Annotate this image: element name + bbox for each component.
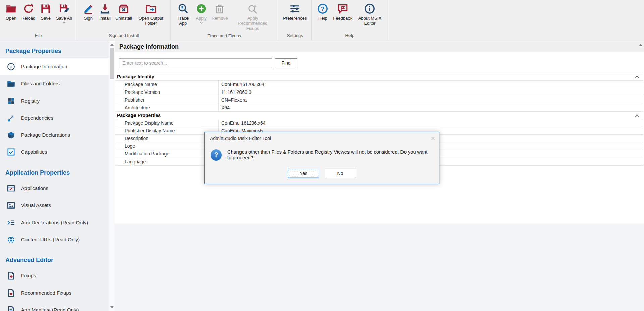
scrollbar-thumb[interactable] [110, 48, 114, 79]
svg-text:?: ? [321, 5, 325, 12]
sidebar-item-label: Dependencies [21, 115, 53, 121]
open-output-folder-icon [145, 3, 157, 14]
property-label: Publisher Display Name [116, 127, 219, 134]
save-as-label: Save As [56, 16, 72, 21]
property-value[interactable]: ConEmu 161206.x64 [219, 119, 643, 127]
feedback-button[interactable]: Feedback [331, 2, 354, 22]
yes-button[interactable]: Yes [288, 169, 319, 178]
sidebar-item-label: App Manifest (Read Only) [21, 307, 79, 311]
sidebar-item-label: App Declarations (Read Only) [21, 220, 88, 225]
property-value[interactable]: ConEmu161206.x64 [219, 81, 643, 88]
apply-label: Apply [196, 16, 207, 21]
group-caption-help: Help [312, 32, 388, 41]
open-label: Open [6, 16, 16, 21]
group-header-package-properties: Package Properties [116, 112, 643, 119]
group-caption-sign-install: Sign and Install [77, 32, 170, 41]
collapse-chevron-icon[interactable] [635, 114, 639, 117]
reload-button[interactable]: Reload [19, 2, 37, 22]
install-label: Install [99, 16, 111, 21]
sidebar-item-registry[interactable]: Registry [0, 92, 109, 109]
trace-app-label: Trace App [175, 16, 191, 26]
trace-app-button[interactable]: Trace App [173, 2, 193, 27]
remove-label: Remove [212, 16, 228, 21]
no-button[interactable]: No [325, 169, 356, 178]
open-output-folder-label: Open Output Folder [136, 16, 166, 26]
uninstall-button[interactable]: Uninstall [113, 2, 134, 22]
property-label: Package Version [116, 88, 219, 96]
sidebar-item-visual-assets[interactable]: Visual Assets [0, 197, 109, 214]
sidebar-item-label: Recommended Fixups [21, 290, 71, 296]
feedback-bubble-icon [337, 3, 348, 14]
sidebar-item-recommended-fixups[interactable]: Recommended Fixups [0, 284, 109, 301]
sidebar-scrollbar[interactable] [109, 41, 115, 311]
open-output-folder-button[interactable]: Open Output Folder [134, 2, 168, 27]
sidebar-item-dependencies[interactable]: Dependencies [0, 109, 109, 126]
help-button[interactable]: ? Help [314, 2, 331, 22]
toolbar-filler [388, 0, 644, 41]
property-row-architecture: Architecture X64 [116, 104, 643, 112]
main-scroll-up-arrow[interactable] [639, 44, 642, 46]
property-value[interactable]: X64 [219, 104, 643, 111]
dialog-message: Changes other than Files & Folders and R… [227, 149, 432, 160]
uninstall-icon [118, 3, 129, 14]
sidebar-section-application-properties: Application Properties [0, 167, 109, 180]
group-title: Package Identity [117, 74, 154, 79]
apply-recommended-fixups-label: Apply Recommended Fixups [232, 16, 273, 31]
sidebar-item-label: Capabilities [21, 149, 47, 155]
sidebar-item-label: Package Information [21, 64, 67, 69]
open-folder-icon [5, 3, 17, 14]
dependencies-arrow-icon [7, 114, 15, 122]
dialog-buttons: Yes No [205, 169, 439, 178]
doc-lines-icon [7, 306, 15, 311]
preferences-button[interactable]: Preferences [281, 2, 309, 22]
property-label: Description [116, 135, 219, 142]
open-button[interactable]: Open [3, 2, 19, 22]
sidebar-item-app-declarations[interactable]: App Declarations (Read Only) [0, 214, 109, 231]
sign-button[interactable]: Sign [80, 2, 97, 22]
group-title: Package Properties [117, 113, 161, 118]
page-title: Package Information [119, 43, 179, 50]
sidebar-item-label: Files and Folders [21, 81, 60, 86]
sidebar-section-advanced-editor: Advanced Editor [0, 254, 109, 267]
property-value[interactable]: 11.161.2060.0 [219, 88, 643, 96]
sidebar-item-app-manifest[interactable]: App Manifest (Read Only) [0, 301, 109, 311]
confirmation-dialog: AdminStudio Msix Editor Tool × ? Changes… [204, 132, 439, 184]
about-msix-editor-button[interactable]: About MSIX Editor [354, 2, 385, 27]
sidebar-item-capabilities[interactable]: Capabilities [0, 143, 109, 161]
trace-app-icon [177, 3, 189, 14]
toolbar-group-sign-install: Sign Install Uninstall Open Output Folde… [77, 0, 171, 41]
navigation-sidebar: Package Properties Package Information F… [0, 41, 109, 311]
chevron-down-icon [62, 22, 66, 24]
chevron-down-icon [200, 22, 203, 24]
save-as-button[interactable]: Save As [54, 2, 74, 25]
find-button[interactable]: Find [275, 58, 297, 67]
install-button[interactable]: Install [97, 2, 113, 22]
collapse-chevron-icon[interactable] [635, 75, 639, 78]
sidebar-item-package-information[interactable]: Package Information [0, 58, 109, 75]
sidebar-item-files-and-folders[interactable]: Files and Folders [0, 75, 109, 92]
search-input[interactable] [119, 58, 272, 67]
image-icon [7, 201, 15, 210]
save-button[interactable]: Save [37, 2, 54, 22]
sidebar-item-fixups[interactable]: Fixups [0, 267, 109, 284]
uninstall-label: Uninstall [115, 16, 132, 21]
group-caption-file: File [0, 32, 77, 41]
close-icon[interactable]: × [431, 136, 435, 141]
property-label: Architecture [116, 104, 219, 111]
globe-icon [7, 235, 15, 244]
sidebar-item-applications[interactable]: Applications [0, 180, 109, 197]
package-box-icon [7, 131, 15, 139]
sidebar-item-label: Registry [21, 98, 40, 104]
scroll-down-arrow[interactable] [109, 304, 115, 310]
property-label: Logo [116, 142, 219, 150]
trash-icon [214, 3, 225, 14]
sidebar-item-package-declarations[interactable]: Package Declarations [0, 126, 109, 143]
scroll-up-arrow[interactable] [109, 42, 115, 48]
registry-grid-icon [7, 97, 15, 105]
sidebar-item-content-uris[interactable]: Content URIs (Read Only) [0, 231, 109, 248]
install-icon [99, 3, 111, 14]
toolbar-group-file: Open Reload Save Save As File [0, 0, 77, 41]
doc-tag-icon [7, 271, 15, 280]
content-background [115, 224, 644, 311]
property-value[interactable]: CN=Flexera [219, 96, 643, 104]
